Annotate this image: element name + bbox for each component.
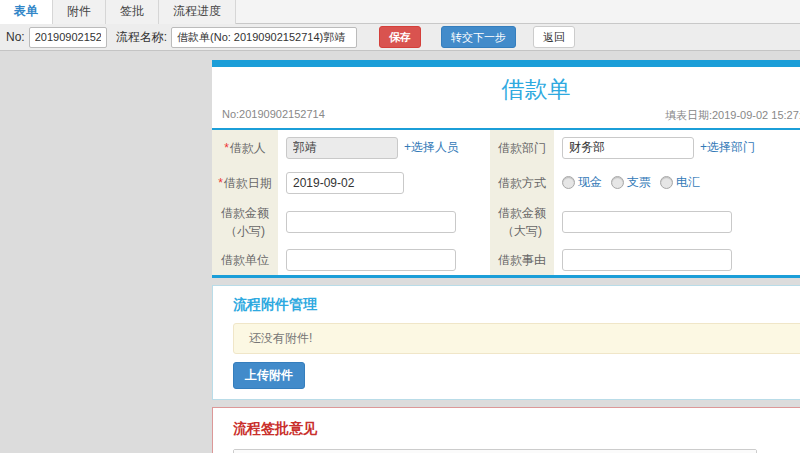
amount-lower-input[interactable] [286,211,456,233]
signoff-title: 流程签批意见 [233,420,800,438]
radio-circle-icon[interactable] [660,176,673,189]
borrower-input[interactable] [286,137,398,159]
required-marker: * [224,141,229,155]
loan-reason-cell [554,244,800,275]
tab-signoff[interactable]: 签批 [106,0,159,24]
borrower-label: *借款人 [212,130,278,165]
loan-date-cell [278,165,490,200]
borrower-cell: +选择人员 [278,130,490,165]
select-person-link[interactable]: +选择人员 [404,139,459,156]
main-content: 借款单 No:20190902152714 填表日期:2019-09-02 15… [212,60,800,453]
loan-method-cell: 现金 支票 电汇 [554,165,800,200]
tab-attachments[interactable]: 附件 [53,0,106,24]
panel-bottom-accent-bar [212,275,800,278]
loan-date-input[interactable] [286,172,404,194]
loan-reason-input[interactable] [562,249,732,271]
radio-circle-icon[interactable] [611,176,624,189]
rich-text-editor: B I abc 123 [233,449,757,453]
toolbar-row: No: 流程名称: 保存 转交下一步 返回 [0,24,800,51]
tab-progress[interactable]: 流程进度 [159,0,236,24]
no-input[interactable] [29,27,107,48]
form-table: *借款人 +选择人员 借款部门 +选择部门 *借款日期 借款方式 [212,130,800,275]
amount-upper-input[interactable] [562,211,732,233]
signoff-panel: 流程签批意见 B I abc [212,407,800,453]
amount-lower-cell [278,200,490,244]
no-attachments-alert: 还没有附件! [233,323,800,354]
loan-unit-input[interactable] [286,249,456,271]
save-button[interactable]: 保存 [379,26,421,48]
panel-top-accent-bar [212,60,800,67]
radio-cheque[interactable]: 支票 [611,174,651,191]
radio-circle-icon[interactable] [562,176,575,189]
amount-upper-label: 借款金额（大写) [490,200,554,244]
form-meta-row: No:20190902152714 填表日期:2019-09-02 15:27:… [212,108,800,128]
amount-lower-label: 借款金额（小写) [212,200,278,244]
department-input[interactable] [562,137,694,159]
loan-reason-label: 借款事由 [490,244,554,275]
flow-name-label: 流程名称: [116,29,167,46]
tab-bar: 表单 附件 签批 流程进度 [0,0,800,24]
upload-attachment-button[interactable]: 上传附件 [233,362,305,389]
radio-cash[interactable]: 现金 [562,174,602,191]
loan-form-panel: 借款单 No:20190902152714 填表日期:2019-09-02 15… [212,60,800,278]
amount-upper-cell [554,200,800,244]
loan-date-label: *借款日期 [212,165,278,200]
flow-name-input[interactable] [171,27,357,48]
form-date-text: 填表日期:2019-09-02 15:27:1 [665,108,800,123]
form-number-text: No:20190902152714 [222,108,325,123]
attachments-title: 流程附件管理 [233,296,800,314]
forward-next-step-button[interactable]: 转交下一步 [441,26,516,48]
tab-form[interactable]: 表单 [0,0,53,24]
loan-unit-cell [278,244,490,275]
loan-unit-label: 借款单位 [212,244,278,275]
form-title: 借款单 [212,67,800,108]
department-cell: +选择部门 [554,130,800,165]
required-marker: * [218,176,223,190]
no-label: No: [6,30,25,44]
loan-method-label: 借款方式 [490,165,554,200]
back-button[interactable]: 返回 [533,26,575,48]
department-label: 借款部门 [490,130,554,165]
attachments-panel: 流程附件管理 还没有附件! 上传附件 [212,285,800,400]
select-department-link[interactable]: +选择部门 [700,139,755,156]
radio-wire-transfer[interactable]: 电汇 [660,174,700,191]
